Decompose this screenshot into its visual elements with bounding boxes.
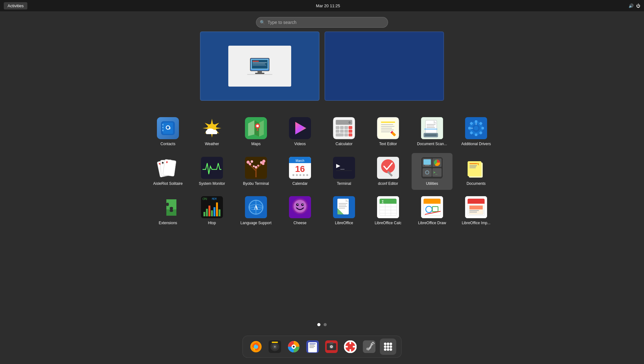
byobu-label: Byobu Terminal: [243, 181, 269, 186]
svg-text:March: March: [296, 159, 304, 162]
svg-point-226: [366, 348, 369, 350]
app-weather[interactable]: Weather: [192, 113, 232, 151]
svg-rect-194: [469, 212, 477, 213]
app-libreofficeimp[interactable]: LibreOffice Imp...: [456, 192, 497, 230]
svg-rect-140: [208, 206, 210, 216]
svg-text:∑: ∑: [381, 200, 384, 203]
svg-rect-141: [211, 210, 213, 216]
volume-icon[interactable]: 🔊: [629, 3, 634, 8]
byobu-icon: [245, 157, 267, 179]
app-libreofficedraw[interactable]: LibreOffice Draw: [412, 192, 452, 230]
svg-rect-84: [163, 159, 176, 176]
libreofficecalc-label: LibreOffice Calc: [375, 221, 401, 226]
svg-point-30: [256, 125, 259, 127]
dock-gedit[interactable]: [304, 338, 321, 355]
svg-point-16: [167, 126, 169, 129]
search-input[interactable]: [256, 17, 388, 28]
app-solitaire[interactable]: ♥ ♠ ♦ AisleRiot Solitaire: [147, 153, 188, 190]
documents-icon: [465, 157, 487, 179]
svg-point-236: [387, 348, 389, 351]
langsupport-label: Language Support: [241, 221, 272, 226]
dock-screenshot[interactable]: [323, 338, 340, 355]
clock: Mar 20 11:25: [316, 3, 340, 8]
svg-point-107: [292, 174, 294, 176]
svg-text:♠: ♠: [162, 160, 164, 165]
svg-rect-122: [425, 165, 430, 166]
windows-preview: [200, 31, 444, 101]
svg-point-101: [253, 165, 255, 167]
svg-rect-42: [344, 130, 348, 133]
app-documents[interactable]: Documents: [456, 153, 497, 190]
svg-rect-183: [424, 202, 441, 204]
svg-rect-49: [381, 124, 393, 125]
sysmon-label: System Monitor: [199, 181, 225, 186]
svg-point-108: [296, 174, 298, 176]
app-docscan[interactable]: Document Scan...: [412, 113, 452, 151]
window-thumb-2[interactable]: [325, 31, 444, 101]
sysmon-icon: [201, 157, 223, 179]
dock-settings[interactable]: [361, 338, 377, 355]
weather-label: Weather: [205, 142, 219, 147]
videos-icon: [289, 117, 311, 139]
svg-rect-190: [468, 202, 485, 204]
app-sysmon[interactable]: System Monitor: [192, 153, 232, 190]
app-cheese[interactable]: Cheese: [280, 192, 320, 230]
app-langsupport[interactable]: A Language Support: [236, 192, 276, 230]
svg-rect-62: [427, 127, 435, 128]
app-addldrivers[interactable]: Additional Drivers: [456, 113, 497, 151]
svg-text:MEM: MEM: [212, 198, 217, 201]
app-extensions[interactable]: Extensions: [147, 192, 188, 230]
pagination-dot-2[interactable]: [324, 323, 327, 326]
app-texteditor[interactable]: Text Editor: [368, 113, 408, 151]
contacts-label: Contacts: [160, 142, 175, 147]
maps-label: Maps: [251, 142, 260, 147]
utilities-icon: >_: [421, 157, 443, 179]
app-libreofficecalc[interactable]: ∑ LibreOffice Calc: [368, 192, 408, 230]
svg-rect-133: [469, 165, 477, 166]
app-contacts[interactable]: Contacts: [147, 113, 188, 151]
app-maps[interactable]: Maps: [236, 113, 276, 151]
window-thumb-1[interactable]: [200, 31, 319, 101]
app-videos[interactable]: Videos: [280, 113, 320, 151]
svg-rect-144: [219, 209, 220, 216]
svg-point-160: [303, 204, 303, 205]
app-htop[interactable]: CPU MEM Htop: [192, 192, 232, 230]
app-dconf[interactable]: dconf Editor: [368, 153, 408, 190]
svg-rect-217: [330, 342, 333, 344]
calendar-icon: 16 March: [289, 157, 311, 179]
pagination: [317, 323, 327, 326]
texteditor-label: Text Editor: [379, 142, 397, 147]
app-terminal[interactable]: ▶_ Terminal: [324, 153, 364, 190]
app-libreoffice[interactable]: LibreOffice: [324, 192, 364, 230]
app-utilities[interactable]: >_ Utilities: [412, 153, 452, 190]
svg-rect-50: [381, 126, 395, 127]
search-container: 🔍: [256, 17, 388, 28]
dock-inkscape[interactable]: [286, 338, 302, 355]
app-byobu[interactable]: Byobu Terminal: [236, 153, 276, 190]
svg-rect-142: [214, 207, 215, 216]
dock-firefox[interactable]: [248, 338, 264, 355]
dock-appgrid[interactable]: [380, 338, 396, 355]
svg-rect-193: [469, 210, 479, 211]
dconf-label: dconf Editor: [378, 181, 398, 186]
svg-rect-8: [255, 73, 264, 74]
dock-help[interactable]: [342, 338, 358, 355]
app-calendar[interactable]: 16 March Calendar: [280, 153, 320, 190]
search-icon: 🔍: [260, 20, 265, 25]
svg-rect-44: [336, 134, 344, 137]
pagination-dot-1[interactable]: [317, 323, 320, 326]
app-calculator[interactable]: 0 Calculator: [324, 113, 364, 151]
weather-icon: [201, 117, 223, 139]
svg-point-96: [262, 160, 265, 163]
svg-rect-37: [340, 126, 344, 129]
power-icon[interactable]: ⏻: [636, 3, 640, 8]
activities-button[interactable]: Activities: [4, 2, 27, 9]
svg-rect-5: [253, 64, 265, 64]
svg-rect-39: [349, 126, 353, 129]
docscan-label: Document Scan...: [417, 142, 447, 147]
docscan-icon: [421, 117, 443, 139]
addldrivers-label: Additional Drivers: [461, 142, 491, 147]
dock-rhythmbox[interactable]: [267, 338, 283, 355]
svg-rect-60: [427, 124, 436, 125]
svg-rect-38: [344, 126, 348, 129]
